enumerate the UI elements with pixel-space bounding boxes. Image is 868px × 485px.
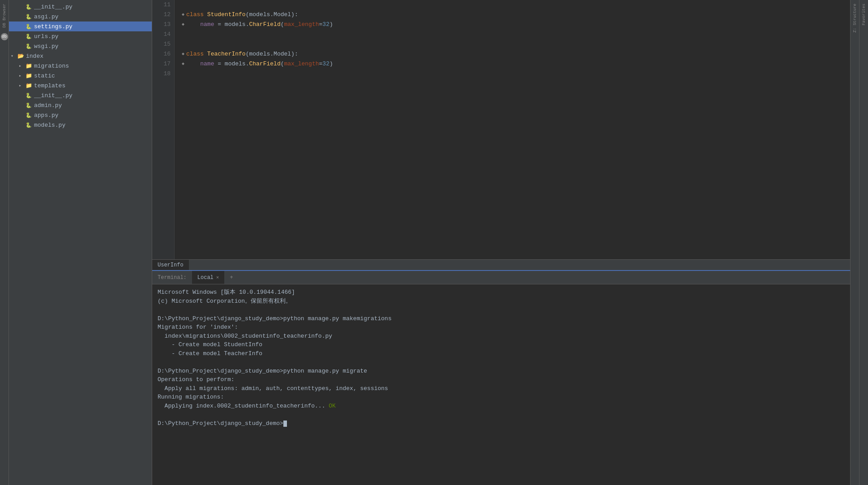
code-token: ) <box>329 59 333 69</box>
terminal-line: - Create model StudentInfo <box>158 340 845 349</box>
db-icon[interactable]: db <box>1 33 8 40</box>
folder-open-icon: 📂 <box>17 52 24 60</box>
structure-label[interactable]: Z: Structure <box>852 0 858 36</box>
breakpoint-indicator: ◆ <box>182 20 184 30</box>
code-token: ( <box>246 49 249 59</box>
terminal-line <box>158 410 845 419</box>
file-label: __init__.py <box>34 92 73 99</box>
ok-text: OK <box>329 403 336 409</box>
code-token: = models. <box>218 59 249 69</box>
breakpoint-indicator: ◆ <box>182 59 184 69</box>
terminal-line: D:\Python_Project\django_study_demo>pyth… <box>158 367 845 376</box>
editor-bottom-tabs: UserInfo <box>152 259 850 270</box>
content-area: 1112131415161718 ◆class StudentInfo(mode… <box>152 0 850 485</box>
arrow-icon: ▸ <box>19 73 25 78</box>
py-icon: 🐍 <box>25 92 32 99</box>
code-token: = <box>319 59 323 69</box>
file-label: apps.py <box>34 112 59 119</box>
file-label: migrations <box>34 63 69 69</box>
file-tree-item-admin-py[interactable]: 🐍admin.py <box>9 100 152 110</box>
terminal-line: D:\Python_Project\django_study_demo> <box>158 419 845 428</box>
file-tree-item-static-folder[interactable]: ▸📁static <box>9 71 152 81</box>
py-icon: 🐍 <box>25 121 32 129</box>
file-tree-item-init-py-1[interactable]: 🐍__init__.py <box>9 2 152 12</box>
line-number: 16 <box>152 49 171 59</box>
code-token: models.Model <box>249 10 291 20</box>
terminal-line: Operations to perform: <box>158 375 845 384</box>
terminal-area: Terminal: Local × + Microsoft Windows [版… <box>152 270 850 485</box>
terminal-line: index\migrations\0002_studentinfo_teache… <box>158 332 845 341</box>
db-browser-tab[interactable]: DB Browser <box>1 0 8 31</box>
favorites-label[interactable]: Favorites <box>861 0 867 29</box>
terminal-content[interactable]: Microsoft Windows [版本 10.0.19044.1466](c… <box>152 284 850 485</box>
code-token: = <box>319 20 323 30</box>
file-label: models.py <box>34 122 65 129</box>
code-line: ◆class StudentInfo(models.Model): <box>182 10 850 20</box>
code-token: name <box>186 59 218 69</box>
code-line: ◆class TeacherInfo(models.Model): <box>182 49 850 59</box>
file-label: asgi.py <box>34 13 59 20</box>
terminal-line: Running migrations: <box>158 393 845 402</box>
line-number: 14 <box>152 30 171 39</box>
file-label: urls.py <box>34 33 59 40</box>
file-tree-item-models-py[interactable]: 🐍models.py <box>9 120 152 130</box>
file-tree-item-init-py-2[interactable]: 🐍__init__.py <box>9 90 152 100</box>
code-content: 1112131415161718 ◆class StudentInfo(mode… <box>152 0 850 259</box>
code-line: ◆ name = models.CharField(max_length=32) <box>182 20 850 30</box>
file-tree-item-templates-folder[interactable]: ▸📁templates <box>9 81 152 90</box>
code-token: TeacherInfo <box>207 49 246 59</box>
line-number: 12 <box>152 10 171 20</box>
file-label: index <box>26 53 43 60</box>
folder-icon: 📁 <box>25 62 32 69</box>
folder-icon: 📁 <box>25 72 32 79</box>
arrow-icon: ▸ <box>19 83 25 88</box>
userinfo-tab[interactable]: UserInfo <box>152 260 189 270</box>
file-tree-item-migrations-folder[interactable]: ▸📁migrations <box>9 61 152 71</box>
arrow-icon: ▸ <box>19 63 25 69</box>
py-icon: 🐍 <box>25 3 32 10</box>
file-tree-item-settings-py[interactable]: 🐍settings.py <box>9 21 152 31</box>
terminal-cursor <box>283 421 287 427</box>
file-tree-item-asgi-py[interactable]: 🐍asgi.py <box>9 12 152 21</box>
terminal-label: Terminal: <box>152 271 192 284</box>
terminal-line <box>158 358 845 367</box>
py-icon: 🐍 <box>25 102 32 109</box>
code-token: max_length <box>284 20 319 30</box>
line-numbers: 1112131415161718 <box>152 0 175 259</box>
left-gutter: DB Browser db <box>0 0 9 485</box>
file-label: static <box>34 73 55 79</box>
breakpoint-indicator: ◆ <box>182 10 184 20</box>
py-icon: 🐍 <box>25 13 32 20</box>
code-line <box>182 0 850 10</box>
terminal-line: - Create model TeacherInfo <box>158 349 845 358</box>
file-tree-item-apps-py[interactable]: 🐍apps.py <box>9 110 152 120</box>
terminal-tab-label: Terminal: <box>158 275 187 281</box>
py-icon: 🐍 <box>25 43 32 50</box>
code-lines[interactable]: ◆class StudentInfo(models.Model):◆ name … <box>175 0 850 259</box>
code-token: CharField <box>249 59 280 69</box>
code-line <box>182 69 850 79</box>
py-icon: 🐍 <box>25 112 32 119</box>
far-right-panel: Favorites <box>859 0 868 485</box>
code-token: = models. <box>218 20 249 30</box>
userinfo-tab-label: UserInfo <box>158 262 184 268</box>
code-line: ◆ name = models.CharField(max_length=32) <box>182 59 850 69</box>
terminal-line: Migrations for 'index': <box>158 323 845 332</box>
local-tab-close[interactable]: × <box>216 275 219 280</box>
file-label: __init__.py <box>34 4 73 10</box>
file-tree-item-index-folder[interactable]: ▾📂index <box>9 51 152 61</box>
code-token: ( <box>281 20 284 30</box>
code-token: ): <box>291 49 298 59</box>
file-label: admin.py <box>34 102 62 109</box>
code-line <box>182 39 850 49</box>
file-tree-item-wsgi-py[interactable]: 🐍wsgi.py <box>9 41 152 51</box>
local-tab[interactable]: Local × <box>192 271 225 284</box>
file-tree-item-urls-py[interactable]: 🐍urls.py <box>9 31 152 41</box>
code-token: models.Model <box>249 49 291 59</box>
add-tab-button[interactable]: + <box>224 271 238 284</box>
code-token: name <box>186 20 218 30</box>
terminal-line: Microsoft Windows [版本 10.0.19044.1466] <box>158 288 845 297</box>
terminal-line: Apply all migrations: admin, auth, conte… <box>158 384 845 393</box>
line-number: 11 <box>152 0 171 10</box>
code-token: max_length <box>284 59 319 69</box>
